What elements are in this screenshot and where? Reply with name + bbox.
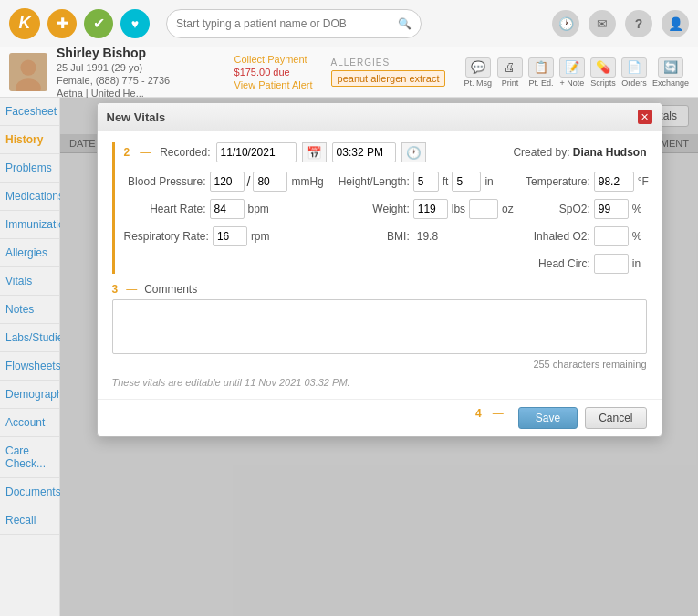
patient-sex-phone: Female, (888) 775 - 2736	[57, 75, 225, 86]
recorded-label: Recorded:	[160, 146, 210, 159]
sidebar-item-account[interactable]: Account	[0, 409, 59, 437]
inhaled-o2-field: Inhaled O2: %	[517, 226, 649, 246]
spo2-input[interactable]	[594, 199, 629, 219]
user-icon[interactable]: 👤	[662, 10, 689, 37]
avatar	[9, 53, 47, 91]
clock-icon[interactable]: 🕐	[552, 10, 579, 37]
sidebar-item-immunizations[interactable]: Immunizatio...	[0, 211, 59, 239]
comments-textarea[interactable]	[112, 299, 647, 354]
bp-diastolic-input[interactable]	[253, 172, 287, 192]
search-input[interactable]	[176, 17, 392, 30]
section-step-label: 2	[124, 146, 130, 159]
weight-lbs-input[interactable]	[413, 199, 448, 219]
resp-rate-field: Respiratory Rate: rpm	[124, 226, 324, 246]
sidebar-item-problems[interactable]: Problems	[0, 154, 59, 183]
patient-dob: 25 Jul 1991 (29 yo)	[57, 62, 225, 73]
temperature-input[interactable]	[594, 172, 634, 192]
sidebar-item-facesheet[interactable]: Facesheet	[0, 98, 59, 126]
sidebar-item-demographics[interactable]: Demograph...	[0, 381, 59, 409]
editable-note: These vitals are editable until 11 Nov 2…	[112, 377, 647, 388]
sidebar-item-notes[interactable]: Notes	[0, 296, 59, 324]
sidebar-item-flowsheets[interactable]: Flowsheets	[0, 352, 59, 381]
orders-button[interactable]: 📄 Orders	[621, 57, 647, 88]
created-by: Created by: Diana Hudson	[513, 146, 646, 159]
clock-icon-button[interactable]: 🕐	[401, 142, 426, 162]
allergies-section: ALLERGIES peanut allergen extract	[331, 57, 446, 87]
sidebar-item-recall[interactable]: Recall	[0, 506, 59, 535]
search-bar[interactable]: 🔍	[166, 9, 422, 38]
print-button[interactable]: 🖨 Print	[497, 57, 523, 88]
spo2-field: SpO2: %	[517, 199, 649, 219]
pt-msg-button[interactable]: 💬 Pt. Msg	[464, 57, 492, 88]
sidebar-item-allergies[interactable]: Allergies	[0, 239, 59, 267]
patient-info: Shirley Bishop 25 Jul 1991 (29 yo) Femal…	[57, 46, 225, 99]
app-logo[interactable]: K	[9, 8, 40, 39]
heart-rate-input[interactable]	[210, 199, 245, 219]
checkmark-button[interactable]: ✔	[84, 9, 113, 38]
comments-label: 3 — Comments	[112, 283, 647, 296]
scripts-button[interactable]: 💊 Scripts	[590, 57, 616, 88]
modal-footer: 4 — Save Cancel	[98, 399, 662, 436]
note-button[interactable]: 📝 + Note	[559, 57, 585, 88]
pt-ed-button[interactable]: 📋 Pt. Ed.	[528, 57, 554, 88]
new-vitals-modal: New Vitals ✕ 2 — Recorded: 📅	[97, 102, 662, 437]
modal-header: New Vitals ✕	[98, 103, 662, 131]
heart-rate-field: Heart Rate: bpm	[124, 199, 324, 219]
main-layout: Facesheet History Problems Medications I…	[0, 98, 698, 616]
comments-section: 3 — Comments 255 characters remaining	[112, 283, 647, 370]
add-patient-button[interactable]: ✚	[47, 9, 77, 38]
help-icon[interactable]: ?	[625, 10, 652, 37]
allergies-label: ALLERGIES	[331, 57, 446, 68]
search-icon: 🔍	[398, 17, 412, 30]
inhaled-o2-input[interactable]	[594, 226, 629, 246]
nav-right-icons: 🕐 ✉ ? 👤	[552, 10, 689, 37]
exchange-button[interactable]: 🔄 Exchange	[652, 57, 689, 88]
vitals-section: 2 — Recorded: 📅 🕐 Created by: Diana Huds…	[112, 142, 647, 274]
weight-field: Weight: lbs oz	[328, 199, 514, 219]
allergy-badge: peanut allergen extract	[331, 70, 446, 87]
content-area: 1 — + + Vitals DATE VITALS COMMENT New V…	[60, 98, 698, 616]
char-count: 255 characters remaining	[112, 359, 647, 370]
patient-actions: 💬 Pt. Msg 🖨 Print 📋 Pt. Ed. 📝 + Note 💊 S…	[464, 57, 689, 88]
calendar-icon-button[interactable]: 📅	[302, 142, 327, 162]
resp-rate-input[interactable]	[213, 226, 247, 246]
save-button[interactable]: Save	[518, 407, 578, 429]
sidebar-item-history[interactable]: History	[0, 126, 59, 154]
sidebar-item-documents[interactable]: Documents	[0, 478, 59, 506]
sidebar-item-labs[interactable]: Labs/Studie...	[0, 324, 59, 352]
sidebar-item-medications[interactable]: Medications	[0, 183, 59, 211]
cancel-button[interactable]: Cancel	[585, 407, 646, 429]
sidebar-item-vitals[interactable]: Vitals	[0, 267, 59, 296]
height-field: Height/Length: ft in	[328, 172, 514, 192]
height-in-input[interactable]	[452, 172, 481, 192]
head-circ-input[interactable]	[594, 254, 629, 274]
svg-point-0	[20, 59, 36, 75]
collect-payment-link[interactable]: Collect Payment	[234, 54, 313, 65]
patient-name: Shirley Bishop	[57, 46, 225, 60]
blood-pressure-field: Blood Pressure: / mmHg	[124, 172, 324, 192]
svg-point-1	[16, 78, 41, 91]
view-patient-alert-link[interactable]: View Patient Alert	[234, 79, 313, 90]
height-ft-input[interactable]	[413, 172, 439, 192]
bmi-field: BMI: 19.8	[328, 226, 514, 246]
recorded-time-input[interactable]	[332, 142, 396, 162]
bp-systolic-input[interactable]	[210, 172, 245, 192]
modal-close-button[interactable]: ✕	[638, 110, 652, 124]
created-by-name: Diana Hudson	[573, 146, 647, 159]
top-nav: K ✚ ✔ ♥ 🔍 🕐 ✉ ? 👤	[0, 0, 698, 47]
temperature-field: Temperature: °F	[517, 172, 649, 192]
modal-body: 2 — Recorded: 📅 🕐 Created by: Diana Huds…	[98, 131, 662, 399]
mail-icon[interactable]: ✉	[589, 10, 616, 37]
recorded-date-input[interactable]	[216, 142, 297, 162]
amount-due: $175.00 due	[234, 67, 313, 78]
head-circ-field: Head Circ: in	[517, 254, 649, 274]
weight-oz-input[interactable]	[469, 199, 498, 219]
sidebar-item-care-check[interactable]: Care Check...	[0, 437, 59, 478]
patient-header: Shirley Bishop 25 Jul 1991 (29 yo) Femal…	[0, 47, 698, 98]
sidebar: Facesheet History Problems Medications I…	[0, 98, 60, 616]
heart-button[interactable]: ♥	[120, 9, 150, 38]
modal-overlay: New Vitals ✕ 2 — Recorded: 📅	[60, 98, 698, 616]
modal-title: New Vitals	[107, 110, 166, 124]
